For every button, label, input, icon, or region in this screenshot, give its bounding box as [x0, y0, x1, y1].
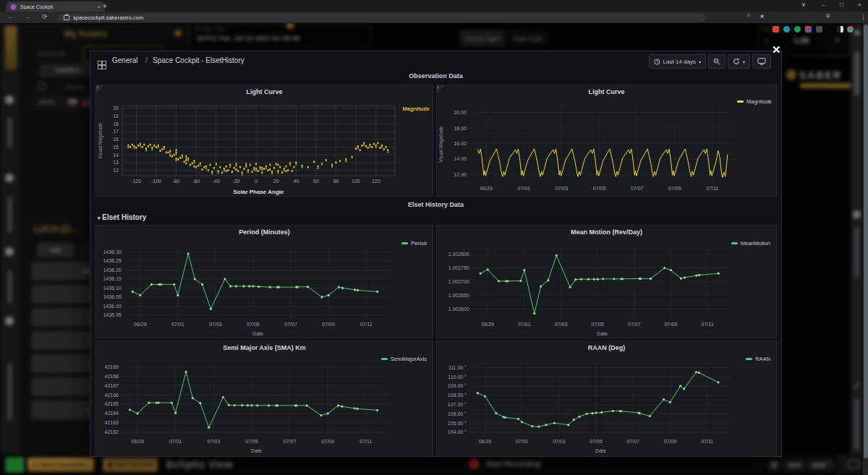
svg-text:Solar Phase Angle: Solar Phase Angle [234, 189, 285, 195]
svg-text:1.002700: 1.002700 [448, 279, 469, 284]
panel-title[interactable]: Mean Motion (Rev/Day) [437, 228, 776, 236]
light-curve-scatter-chart[interactable]: -120-100-80-60-40-2002040608010012012131… [96, 100, 433, 196]
svg-text:106.00 °: 106.00 ° [448, 411, 467, 416]
svg-text:07/03: 07/03 [208, 439, 221, 444]
clock-icon [654, 59, 660, 65]
puzzle-extensions-icon[interactable]: ⧉ [826, 13, 830, 19]
browser-scrollbar[interactable] [863, 23, 868, 475]
lock-icon [64, 15, 69, 20]
svg-text:42166: 42166 [105, 393, 119, 398]
svg-text:42169: 42169 [105, 364, 119, 369]
refresh-icon [733, 58, 740, 65]
minimize-icon[interactable]: – [822, 1, 825, 8]
extension-icon-2[interactable] [783, 26, 790, 33]
svg-text:07/05: 07/05 [245, 439, 258, 444]
tab-strip: Space Cockpit × + ∨ – □ × [0, 0, 868, 12]
bookmark-star-icon[interactable]: ★ [760, 13, 765, 20]
breadcrumb-page[interactable]: Space Cockpit - ElsetHistory [153, 56, 244, 64]
browser-tab[interactable]: Space Cockpit × [6, 1, 105, 12]
breadcrumb-root[interactable]: General [112, 56, 138, 64]
elset-history-collapse-row[interactable]: ▾ Elset History [98, 213, 146, 221]
raan-chart[interactable]: 06/2907/0107/0307/0507/0707/0907/11104.0… [437, 356, 776, 455]
svg-text:42165: 42165 [105, 401, 119, 406]
forward-icon[interactable]: → [25, 13, 31, 20]
svg-text:15: 15 [113, 145, 119, 150]
extension-icon-6[interactable] [837, 26, 843, 33]
mean-motion-chart[interactable]: 06/2907/0107/0307/0507/0707/0907/111.002… [437, 240, 776, 338]
panel-light-curve-scatter: i Light Curve Magnitude -120-100-80-60-4… [95, 85, 433, 197]
svg-text:1436.30: 1436.30 [103, 249, 122, 254]
svg-text:42163: 42163 [105, 420, 119, 425]
sma-chart[interactable]: 06/2907/0107/0307/0507/0707/0907/1142162… [96, 356, 433, 455]
svg-text:07/03: 07/03 [209, 322, 222, 327]
svg-text:0: 0 [255, 179, 258, 184]
svg-text:07/05: 07/05 [247, 322, 260, 327]
svg-text:07/11: 07/11 [702, 322, 714, 327]
svg-text:Date: Date [597, 331, 608, 336]
refresh-button[interactable]: ▾ [728, 54, 750, 69]
extension-icon-5[interactable] [816, 26, 822, 33]
panel-title[interactable]: Light Curve [96, 88, 433, 95]
extension-icon-4[interactable] [805, 26, 812, 33]
extension-icon-3[interactable] [794, 26, 801, 33]
scrollbar-thumb[interactable] [864, 25, 868, 458]
svg-text:07/11: 07/11 [359, 439, 372, 444]
dashboard-grid-icon[interactable] [98, 57, 109, 70]
panel-title[interactable]: Period (Minutes) [96, 228, 433, 236]
display-button[interactable] [752, 54, 771, 69]
panel-title[interactable]: RAAN (Deg) [437, 344, 776, 351]
svg-text:1436.10: 1436.10 [103, 286, 122, 291]
collapse-label: Elset History [102, 213, 146, 221]
share-icon[interactable]: ⇪ [746, 13, 751, 19]
panel-period: Period (Minutes) Period 06/2907/0107/030… [95, 225, 433, 338]
tab-search-icon[interactable]: ∨ [801, 1, 806, 8]
svg-text:07/07: 07/07 [284, 322, 297, 327]
breadcrumb-separator: / [145, 56, 148, 64]
light-curve-line-chart[interactable]: 06/2907/0107/0307/0507/0707/0907/1112.00… [437, 100, 776, 196]
svg-text:42164: 42164 [105, 411, 119, 416]
extension-icon-1[interactable] [773, 26, 779, 33]
svg-text:07/09: 07/09 [321, 439, 334, 444]
svg-text:104.00 °: 104.00 ° [448, 429, 467, 435]
svg-text:-20: -20 [232, 179, 239, 184]
refresh-chevron-icon[interactable]: ▾ [743, 59, 745, 64]
new-tab-button[interactable]: + [103, 2, 107, 10]
svg-text:07/01: 07/01 [518, 186, 531, 191]
svg-text:06/29: 06/29 [481, 322, 494, 327]
tab-title: Space Cockpit [20, 4, 93, 9]
modal-close-icon[interactable]: ✕ [772, 43, 781, 56]
reload-icon[interactable]: ⟳ [42, 13, 48, 20]
svg-text:42168: 42168 [105, 374, 119, 379]
monitor-icon [757, 58, 766, 65]
url-bar[interactable]: spacecockpit.saberastro.com [58, 14, 706, 22]
panel-title[interactable]: Semi Major Axis (SMA) Km [96, 344, 433, 351]
zoom-out-button[interactable] [708, 54, 726, 69]
svg-text:-40: -40 [213, 179, 220, 184]
window-close-icon[interactable]: × [858, 1, 861, 8]
svg-text:07/09: 07/09 [665, 322, 678, 327]
url-text: spacecockpit.saberastro.com [73, 14, 143, 21]
svg-text:07/07: 07/07 [631, 186, 644, 191]
modal-header: General / Space Cockpit - ElsetHistory L… [90, 51, 781, 70]
tab-close-icon[interactable]: × [97, 4, 101, 10]
svg-text:107.00 °: 107.00 ° [448, 402, 467, 407]
svg-text:1.002650: 1.002650 [448, 293, 469, 298]
profile-avatar[interactable] [847, 26, 854, 33]
svg-text:110.00 °: 110.00 ° [448, 375, 467, 380]
maximize-icon[interactable]: □ [840, 1, 843, 8]
svg-text:06/29: 06/29 [134, 322, 147, 327]
svg-text:12: 12 [113, 168, 119, 173]
svg-text:07/09: 07/09 [668, 186, 681, 191]
menu-kebab-icon[interactable]: ⋮ [860, 13, 867, 20]
svg-text:-120: -120 [131, 179, 141, 184]
panel-title[interactable]: Light Curve [437, 88, 776, 95]
svg-text:07/01: 07/01 [518, 322, 531, 327]
svg-text:109.00 °: 109.00 ° [448, 383, 467, 388]
period-chart[interactable]: 06/2907/0107/0307/0507/0707/0907/111435.… [96, 240, 433, 338]
elset-history-modal: ✕ General / Space Cockpit - ElsetHistory… [90, 51, 782, 457]
svg-text:07/07: 07/07 [628, 322, 641, 327]
svg-text:07/05: 07/05 [590, 439, 603, 444]
back-icon[interactable]: ← [7, 13, 14, 20]
panel-mean-motion: Mean Motion (Rev/Day) MeanMotion 06/2907… [436, 225, 777, 338]
time-range-button[interactable]: Last 14 days ▾ [649, 54, 706, 69]
